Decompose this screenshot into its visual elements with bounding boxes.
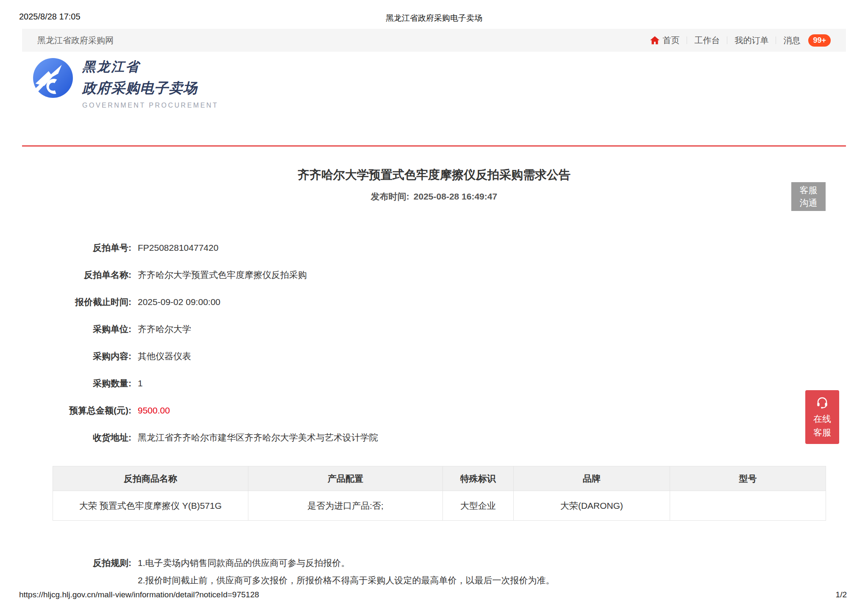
nav-item-my-orders[interactable]: 我的订单: [727, 35, 776, 46]
field-value: 其他仪器仪表: [138, 350, 191, 362]
nav-item-workbench[interactable]: 工作台: [687, 35, 727, 46]
rule-item-2: 2.报价时间截止前，供应商可多次报价，所报价格不得高于采购人设定的最高单价，以最…: [138, 571, 555, 589]
red-divider: [22, 145, 846, 147]
goods-table: 反拍商品名称 产品配置 特殊标识 品牌 型号 大荣 预置式色牢度摩擦仪 Y(B)…: [53, 466, 826, 521]
nav-item-label: 工作台: [694, 35, 720, 46]
field-value: 黑龙江省齐齐哈尔市建华区齐齐哈尔大学美术与艺术设计学院: [138, 432, 378, 444]
site-logo-text: 黑龙江省 政府采购电子卖场 GOVERNMENT PROCUREMENT: [82, 58, 218, 109]
field-label: 预算总金额(元):: [22, 405, 131, 416]
goods-table-header-row: 反拍商品名称 产品配置 特殊标识 品牌 型号: [53, 466, 826, 491]
field-auction-no: 反拍单号: FP25082810477420: [22, 234, 378, 261]
top-navbar: 黑龙江省政府采购网 首页 工作台 我的订单 消息 99+: [22, 29, 846, 52]
field-value: FP25082810477420: [138, 243, 218, 253]
col-header-product-name: 反拍商品名称: [53, 466, 248, 491]
headset-icon: [815, 395, 829, 409]
field-label: 反拍单号:: [22, 242, 131, 254]
field-auction-name: 反拍单名称: 齐齐哈尔大学预置式色牢度摩擦仪反拍采购: [22, 261, 378, 288]
field-purchase-content: 采购内容: 其他仪器仪表: [22, 343, 378, 370]
rule-item-1: 1.电子卖场内销售同款商品的供应商可参与反拍报价。: [138, 554, 555, 571]
auction-rules: 反拍规则: 1.电子卖场内销售同款商品的供应商可参与反拍报价。 2.报价时间截止…: [22, 554, 555, 589]
cell-special-mark: 大型企业: [443, 491, 514, 521]
cell-model: [670, 491, 826, 521]
field-value: 齐齐哈尔大学预置式色牢度摩擦仪反拍采购: [138, 269, 307, 281]
cell-brand: 大荣(DARONG): [514, 491, 670, 521]
cell-product-name: 大荣 预置式色牢度摩擦仪 Y(B)571G: [53, 491, 248, 521]
field-quote-deadline: 报价截止时间: 2025-09-02 09:00:00: [22, 288, 378, 316]
publish-time-value: 2025-08-28 16:49:47: [414, 191, 497, 201]
logo-line2: 政府采购电子卖场: [82, 79, 218, 98]
field-value: 2025-09-02 09:00:00: [138, 297, 220, 307]
print-footer-url: https://hljcg.hlj.gov.cn/mall-view/infor…: [19, 590, 259, 599]
site-logo[interactable]: 黑龙江省 政府采购电子卖场 GOVERNMENT PROCUREMENT: [33, 58, 218, 109]
customer-service-box-line2: 沟通: [800, 197, 818, 209]
field-label: 反拍单名称:: [22, 269, 131, 281]
field-label: 报价截止时间:: [22, 296, 131, 308]
print-footer-page: 1/2: [836, 590, 847, 599]
col-header-brand: 品牌: [514, 466, 670, 491]
field-value: 齐齐哈尔大学: [138, 323, 191, 335]
nav-item-home[interactable]: 首页: [650, 35, 687, 46]
online-service-line2: 客服: [813, 426, 831, 439]
message-count-badge[interactable]: 99+: [808, 34, 831, 47]
nav-item-messages[interactable]: 消息: [776, 35, 807, 46]
logo-line3: GOVERNMENT PROCUREMENT: [82, 102, 218, 109]
navbar-menu: 首页 工作台 我的订单 消息 99+: [650, 34, 831, 47]
home-icon: [650, 35, 660, 45]
notice-title: 齐齐哈尔大学预置式色牢度摩擦仪反拍采购需求公告: [0, 167, 868, 183]
field-value: 1: [138, 378, 143, 388]
online-service-line1: 在线: [813, 412, 831, 426]
publish-time-row: 发布时间:2025-08-28 16:49:47: [0, 191, 868, 202]
nav-item-label: 消息: [783, 35, 800, 46]
field-label: 收货地址:: [22, 432, 131, 444]
site-logo-icon: [33, 58, 73, 98]
table-row: 大荣 预置式色牢度摩擦仪 Y(B)571G 是否为进口产品:否; 大型企业 大荣…: [53, 491, 826, 521]
col-header-model: 型号: [670, 466, 826, 491]
cell-product-config: 是否为进口产品:否;: [248, 491, 443, 521]
field-value-budget: 9500.00: [138, 405, 170, 416]
rules-body: 1.电子卖场内销售同款商品的供应商可参与反拍报价。 2.报价时间截止前，供应商可…: [138, 554, 555, 589]
field-purchaser: 采购单位: 齐齐哈尔大学: [22, 316, 378, 343]
notice-fields: 反拍单号: FP25082810477420 反拍单名称: 齐齐哈尔大学预置式色…: [22, 234, 378, 451]
publish-time-label: 发布时间:: [371, 191, 409, 201]
field-quantity: 采购数量: 1: [22, 370, 378, 397]
field-delivery-address: 收货地址: 黑龙江省齐齐哈尔市建华区齐齐哈尔大学美术与艺术设计学院: [22, 424, 378, 451]
customer-service-box-line1: 客服: [800, 184, 818, 197]
field-label: 采购数量:: [22, 377, 131, 389]
col-header-product-config: 产品配置: [248, 466, 443, 491]
field-label: 采购内容:: [22, 350, 131, 362]
field-label: 采购单位:: [22, 323, 131, 335]
logo-line1: 黑龙江省: [82, 58, 218, 76]
site-name-link[interactable]: 黑龙江省政府采购网: [37, 35, 114, 46]
field-budget-total: 预算总金额(元): 9500.00: [22, 397, 378, 424]
nav-item-label: 我的订单: [734, 35, 768, 46]
nav-item-label: 首页: [662, 35, 679, 46]
online-service-button[interactable]: 在线 客服: [805, 390, 839, 444]
rules-label: 反拍规则:: [22, 554, 131, 571]
customer-service-box[interactable]: 客服 沟通: [791, 182, 826, 211]
col-header-special-mark: 特殊标识: [443, 466, 514, 491]
print-doc-title: 黑龙江省政府采购电子卖场: [0, 13, 868, 24]
